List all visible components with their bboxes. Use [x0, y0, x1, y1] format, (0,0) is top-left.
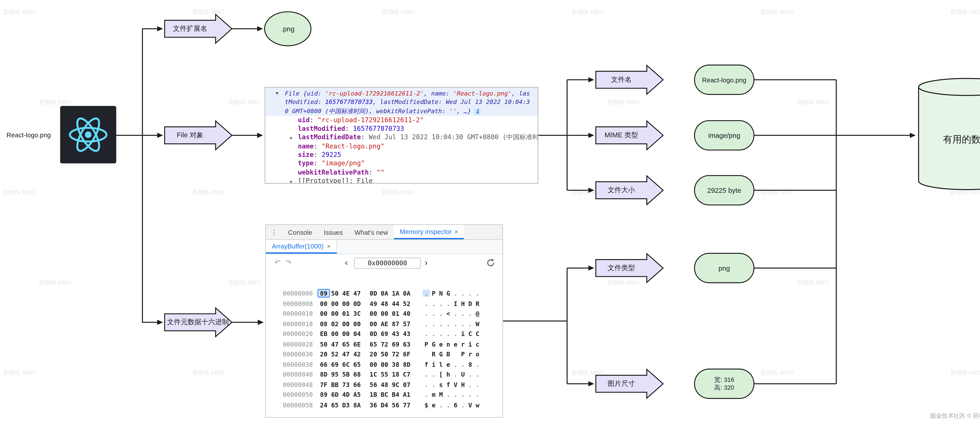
hex-byte[interactable]: 69 [390, 340, 401, 348]
kebab-menu-icon[interactable]: ⋮ [266, 228, 282, 236]
hex-byte[interactable]: 00 [368, 361, 379, 368]
hex-byte[interactable]: 01 [340, 310, 352, 318]
close-icon[interactable]: × [327, 243, 331, 250]
hex-byte[interactable]: 66 [318, 361, 329, 368]
hex-byte[interactable]: 8D [318, 371, 329, 378]
hex-byte[interactable]: 47 [340, 351, 352, 358]
hex-byte[interactable]: 8D [401, 361, 412, 368]
hex-byte[interactable]: 6C [340, 361, 352, 368]
hex-byte[interactable]: 50 [329, 290, 340, 297]
hex-byte[interactable]: 44 [390, 300, 401, 307]
hex-byte[interactable]: 66 [352, 381, 363, 388]
hex-byte[interactable]: D3 [340, 401, 352, 408]
hex-byte[interactable]: 0D [352, 300, 363, 307]
hex-byte[interactable]: 00 [318, 300, 329, 307]
hex-byte[interactable]: 68 [352, 371, 363, 378]
hex-byte[interactable]: 65 [340, 340, 352, 348]
hex-byte[interactable]: 89 [318, 290, 329, 297]
hex-byte[interactable]: 0D [368, 330, 379, 338]
next-page-icon[interactable]: › [425, 257, 428, 267]
hex-byte[interactable]: 65 [329, 401, 340, 408]
hex-byte[interactable]: A5 [352, 391, 363, 398]
hex-byte[interactable]: 8A [352, 401, 363, 408]
hex-byte[interactable]: D4 [379, 401, 390, 408]
tab-arraybuffer[interactable]: ArrayBuffer(1000) × [266, 240, 337, 254]
hex-byte[interactable]: 69 [379, 330, 390, 338]
hex-byte[interactable]: 50 [379, 351, 390, 358]
hex-byte[interactable]: 47 [329, 340, 340, 348]
hex-byte[interactable]: 52 [401, 300, 412, 307]
hex-byte[interactable]: 24 [318, 401, 329, 408]
hex-byte[interactable]: 00 [352, 320, 363, 327]
hex-byte[interactable]: 43 [390, 330, 401, 338]
hex-byte[interactable]: B4 [390, 391, 401, 398]
tab-console[interactable]: Console [282, 225, 318, 239]
hex-byte[interactable]: 50 [318, 340, 329, 348]
redo-icon[interactable]: ↷ [286, 258, 292, 267]
hex-byte[interactable]: 9C [390, 381, 401, 388]
hex-byte[interactable]: 63 [401, 340, 412, 348]
hex-byte[interactable]: 57 [401, 320, 412, 327]
hex-byte[interactable]: 55 [379, 371, 390, 378]
hex-byte[interactable]: 56 [368, 381, 379, 388]
hex-byte[interactable]: 1B [368, 391, 379, 398]
refresh-icon[interactable] [486, 258, 495, 268]
close-icon[interactable]: × [454, 228, 458, 235]
undo-icon[interactable]: ↶ [274, 258, 280, 267]
hex-byte[interactable]: 38 [390, 361, 401, 368]
hex-byte[interactable]: 00 [318, 310, 329, 318]
hex-byte[interactable]: 36 [368, 401, 379, 408]
hex-byte[interactable]: 65 [352, 361, 363, 368]
hex-byte[interactable]: 00 [379, 310, 390, 318]
hex-byte[interactable]: 72 [390, 351, 401, 358]
expander-open-icon[interactable]: ▼ [276, 89, 278, 98]
hex-byte[interactable]: 48 [379, 300, 390, 307]
hex-byte[interactable]: 00 [329, 330, 340, 338]
hex-byte[interactable]: 52 [329, 351, 340, 358]
hex-byte[interactable]: 00 [340, 300, 352, 307]
hex-byte[interactable]: 49 [368, 300, 379, 307]
hex-byte[interactable]: 0D [368, 290, 379, 297]
info-icon[interactable]: i [474, 108, 481, 115]
hex-byte[interactable]: 72 [379, 340, 390, 348]
hex-byte[interactable]: 4D [340, 391, 352, 398]
hex-byte[interactable]: 02 [329, 320, 340, 327]
hex-byte[interactable]: 18 [390, 371, 401, 378]
hex-byte[interactable]: 48 [379, 381, 390, 388]
hex-byte[interactable]: 73 [340, 381, 352, 388]
hex-byte[interactable]: 07 [401, 381, 412, 388]
hex-byte[interactable]: 0A [379, 290, 390, 297]
hex-byte[interactable]: 89 [318, 391, 329, 398]
hex-byte[interactable]: A1 [401, 391, 412, 398]
tab-memory-inspector[interactable]: Memory inspector× [394, 225, 464, 239]
hex-byte[interactable]: 87 [390, 320, 401, 327]
hex-byte[interactable]: 00 [379, 361, 390, 368]
hex-byte[interactable]: 4E [340, 290, 352, 297]
hex-byte[interactable]: EB [318, 330, 329, 338]
hex-byte[interactable]: 77 [401, 401, 412, 408]
hex-byte[interactable]: 04 [352, 330, 363, 338]
hex-byte[interactable]: 1A [390, 290, 401, 297]
hex-byte[interactable]: 20 [368, 351, 379, 358]
hex-byte[interactable]: 40 [401, 310, 412, 318]
hex-byte[interactable]: C7 [401, 371, 412, 378]
hex-byte[interactable]: 6D [329, 391, 340, 398]
hex-byte[interactable]: 7F [318, 381, 329, 388]
hex-byte[interactable]: 00 [329, 310, 340, 318]
hex-byte[interactable]: 08 [318, 320, 329, 327]
hex-byte[interactable]: 01 [390, 310, 401, 318]
hex-byte[interactable]: 00 [329, 300, 340, 307]
hex-byte[interactable]: 43 [401, 330, 412, 338]
address-input[interactable] [354, 257, 421, 269]
hex-byte[interactable]: 56 [390, 401, 401, 408]
hex-byte[interactable]: 0A [401, 290, 412, 297]
tab-issues[interactable]: Issues [318, 225, 348, 239]
expander-icon[interactable]: ▶ [290, 178, 293, 184]
hex-byte[interactable]: 6F [401, 351, 412, 358]
hex-byte[interactable]: 47 [352, 290, 363, 297]
hex-byte[interactable]: 00 [340, 320, 352, 327]
hex-byte[interactable]: AE [379, 320, 390, 327]
hex-byte[interactable]: 00 [368, 320, 379, 327]
hex-byte[interactable]: 95 [329, 371, 340, 378]
hex-byte[interactable]: 42 [352, 351, 363, 358]
